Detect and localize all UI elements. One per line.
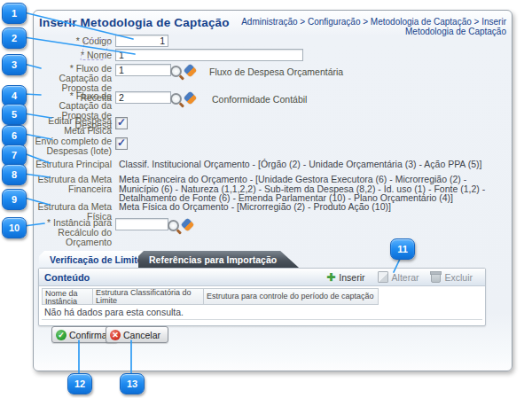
annotation-badge-9: 9 — [2, 189, 27, 210]
annotation-badge-10: 10 — [2, 217, 27, 238]
tab-label: Verificação de Limites — [50, 254, 147, 265]
search-icon[interactable] — [170, 93, 182, 105]
editar-despesa-label: Editar Despesa Meta Fisica — [34, 116, 112, 136]
inserir-button[interactable]: ✚ Inserir — [326, 272, 364, 283]
cancel-icon: ✕ — [110, 330, 121, 340]
table-empty-message: Não há dados para esta consulta. — [42, 305, 482, 320]
screenshot-stage: Inserir Metodologia de Captação Administ… — [0, 0, 532, 398]
excluir-button[interactable]: Excluir — [431, 271, 473, 283]
annotation-badge-13: 13 — [120, 373, 145, 394]
main-panel: Inserir Metodologia de Captação Administ… — [33, 10, 512, 371]
limits-table: Nome da Instância Estrutura Classificató… — [42, 288, 482, 320]
content-box: Conteúdo ✚ Inserir Alterar Excluir Nome … — [38, 268, 486, 326]
eraser-icon[interactable] — [181, 218, 195, 232]
fluxo-despesa-input[interactable] — [115, 91, 171, 104]
envio-completo-label: Envio completo de Despesas (lote) — [34, 137, 112, 156]
search-icon[interactable] — [168, 220, 179, 231]
nome-input[interactable] — [115, 49, 303, 61]
fluxo-receita-input[interactable] — [115, 64, 171, 76]
estrutura-meta-financeira-value: Meta Financeira do Orçamento - [Unidade … — [119, 175, 507, 203]
estrutura-meta-financeira-label: Estrutura da Meta Financeira — [34, 175, 112, 194]
envio-completo-checkbox[interactable] — [115, 137, 128, 150]
content-header: Conteúdo ✚ Inserir Alterar Excluir — [39, 269, 485, 286]
estrutura-principal-value: Classif. Institucional Orçamento - [Órgã… — [119, 160, 507, 169]
editar-despesa-checkbox[interactable] — [115, 117, 128, 129]
instancia-recalculo-label: * Instância para Recálculo do Orçamento — [34, 218, 112, 247]
eraser-icon[interactable] — [184, 91, 198, 105]
estrutura-principal-label: Estrutura Principal — [34, 160, 112, 169]
annotation-badge-5: 5 — [2, 104, 27, 125]
search-icon[interactable] — [170, 66, 182, 77]
inserir-label: Inserir — [339, 272, 364, 283]
excluir-label: Excluir — [444, 272, 473, 283]
plus-icon: ✚ — [326, 273, 335, 282]
column-header[interactable]: Nome da Instância — [42, 288, 93, 305]
annotation-badge-6: 6 — [2, 125, 27, 146]
instancia-recalculo-input[interactable] — [115, 218, 168, 230]
trash-icon — [431, 273, 441, 283]
cancelar-button[interactable]: ✕ Cancelar — [106, 326, 168, 343]
check-icon: ✓ — [56, 330, 66, 340]
confirmar-label: Confirmar — [69, 330, 110, 340]
alterar-label: Alterar — [392, 272, 419, 283]
estrutura-meta-fisica-value: Meta Física do Orçamento - [Microrregião… — [119, 202, 507, 212]
dashed-highlight-box — [80, 39, 110, 60]
breadcrumb: Administração > Configuração > Metodolog… — [214, 17, 506, 36]
annotation-badge-2: 2 — [2, 27, 27, 49]
annotation-badge-12: 12 — [67, 373, 92, 394]
edit-page-icon — [378, 271, 388, 283]
page-title: Inserir Metodologia de Captação — [39, 16, 230, 29]
annotation-badge-7: 7 — [2, 144, 27, 166]
annotation-badge-3: 3 — [2, 54, 27, 75]
content-title: Conteúdo — [39, 272, 326, 283]
eraser-icon[interactable] — [184, 64, 198, 78]
annotation-badge-11: 11 — [390, 238, 415, 260]
cancelar-label: Cancelar — [123, 330, 160, 340]
alterar-button[interactable]: Alterar — [378, 271, 419, 283]
table-header-row: Nome da Instância Estrutura Classificató… — [42, 288, 482, 305]
tab-referencias-para-importacao[interactable]: Referências para Importação — [138, 251, 300, 269]
codigo-input[interactable] — [115, 35, 168, 47]
annotation-badge-8: 8 — [2, 164, 27, 185]
column-header[interactable]: Estrutura para controle do período de ca… — [203, 288, 379, 305]
annotation-badge-1: 1 — [2, 3, 27, 24]
column-header[interactable]: Estrutura Classificatória do Limite — [92, 288, 204, 305]
tab-label: Referências para Importação — [149, 254, 277, 265]
fluxo-despesa-description: Conformidade Contábil — [212, 94, 307, 105]
fluxo-receita-description: Fluxo de Despesa Orçamentária — [209, 66, 343, 77]
